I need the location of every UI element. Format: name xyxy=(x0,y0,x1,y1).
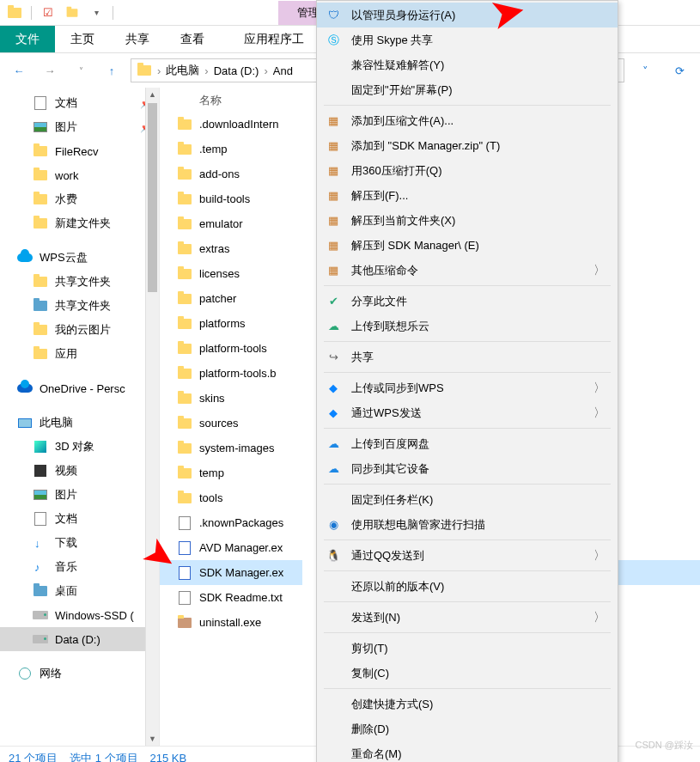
nav-up-button[interactable]: ↑ xyxy=(100,58,124,82)
menu-item[interactable]: ▦ 其他压缩命令 〉 xyxy=(317,258,618,283)
folder-icon xyxy=(177,241,192,257)
menu-item[interactable]: ◆ 通过WPS发送 〉 xyxy=(317,400,618,425)
file-row[interactable]: system-images xyxy=(160,436,302,460)
tab-apptools[interactable]: 应用程序工 xyxy=(228,26,320,52)
file-name: platform-tools xyxy=(199,342,267,355)
nav-item-quick[interactable]: 文档 📌 xyxy=(0,91,159,115)
file-row[interactable]: SDK Manager.ex xyxy=(160,560,302,585)
chevron-right-icon[interactable]: › xyxy=(204,64,208,77)
file-name: temp xyxy=(199,466,224,479)
menu-item[interactable]: 兼容性疑难解答(Y) xyxy=(317,52,618,77)
menu-item[interactable]: ↪ 共享 xyxy=(317,344,618,369)
file-row[interactable]: platforms xyxy=(160,311,302,336)
menu-item[interactable]: Ⓢ 使用 Skype 共享 xyxy=(317,27,618,52)
nav-tree-thispc-root[interactable]: 此电脑 xyxy=(0,411,159,435)
properties-icon[interactable]: ☑ xyxy=(39,3,58,22)
nav-item-thispc[interactable]: 图片 xyxy=(0,483,159,507)
file-row[interactable]: sources xyxy=(160,411,302,436)
chevron-right-icon[interactable]: › xyxy=(157,64,161,77)
menu-item[interactable]: ☁ 上传到联想乐云 xyxy=(317,314,618,338)
nav-tree-network[interactable]: 网络 xyxy=(0,661,159,686)
nav-tree-onedrive[interactable]: OneDrive - Persc xyxy=(0,376,159,400)
file-name: licenses xyxy=(199,267,240,280)
menu-item[interactable]: 🐧 通过QQ发送到 〉 xyxy=(317,543,618,568)
menu-item[interactable]: 发送到(N) 〉 xyxy=(317,605,618,630)
file-row[interactable]: .knownPackages xyxy=(160,510,302,535)
menu-item[interactable]: ▦ 解压到(F)... xyxy=(317,183,618,208)
file-row[interactable]: tools xyxy=(160,485,302,510)
address-dropdown-icon[interactable]: ˅ xyxy=(631,58,659,82)
nav-item-thispc[interactable]: ↓下载 xyxy=(0,531,159,555)
menu-item[interactable]: 重命名(M) xyxy=(317,741,618,762)
nav-item-quick[interactable]: 图片 📌 xyxy=(0,115,159,139)
nav-scrollbar[interactable]: ▲▼ xyxy=(145,88,159,746)
file-row[interactable]: SDK Readme.txt xyxy=(160,585,302,610)
nav-item-wps[interactable]: 应用 xyxy=(0,342,159,366)
tab-file[interactable]: 文件 xyxy=(0,26,55,52)
file-row[interactable]: extras xyxy=(160,236,302,261)
menu-item[interactable]: ☁ 同步到其它设备 xyxy=(317,456,618,481)
nav-item-thispc[interactable]: Windows-SSD ( xyxy=(0,603,159,627)
menu-item[interactable]: ☁ 上传到百度网盘 xyxy=(317,431,618,456)
nav-item-thispc[interactable]: 视频 xyxy=(0,459,159,483)
nav-item-quick[interactable]: 水费 xyxy=(0,187,159,211)
menu-item[interactable]: ◆ 上传或同步到WPS 〉 xyxy=(317,375,618,400)
file-row[interactable]: build-tools xyxy=(160,186,302,211)
tab-view[interactable]: 查看 xyxy=(165,26,220,52)
menu-item[interactable]: ◉ 使用联想电脑管家进行扫描 xyxy=(317,512,618,537)
menu-item[interactable]: ▦ 添加到 "SDK Manager.zip" (T) xyxy=(317,133,618,158)
file-row[interactable]: platform-tools.b xyxy=(160,361,302,386)
nav-tree-wps-root[interactable]: WPS云盘 xyxy=(0,246,159,270)
file-row[interactable]: emulator xyxy=(160,211,302,236)
file-row[interactable]: uninstall.exe xyxy=(160,610,302,635)
file-row[interactable]: .downloadIntern xyxy=(160,112,302,137)
file-row[interactable]: AVD Manager.ex xyxy=(160,535,302,560)
3d-icon xyxy=(33,439,48,454)
breadcrumb-drive[interactable]: Data (D:) xyxy=(212,64,261,77)
breadcrumb-thispc[interactable]: 此电脑 xyxy=(164,63,201,78)
file-name: patcher xyxy=(199,292,236,305)
menu-item[interactable]: 创建快捷方式(S) xyxy=(317,692,618,716)
nav-item-thispc[interactable]: 3D 对象 xyxy=(0,435,159,459)
tab-share[interactable]: 共享 xyxy=(110,26,165,52)
menu-item[interactable]: 复制(C) xyxy=(317,661,618,686)
tab-home[interactable]: 主页 xyxy=(55,26,110,52)
menu-item[interactable]: 还原以前的版本(V) xyxy=(317,574,618,599)
qat-dropdown-icon[interactable]: ▾ xyxy=(87,3,106,22)
nav-forward-button[interactable]: → xyxy=(38,58,62,82)
menu-item[interactable]: ▦ 解压到当前文件夹(X) xyxy=(317,208,618,233)
file-row[interactable]: temp xyxy=(160,460,302,485)
file-row[interactable]: add-ons xyxy=(160,162,302,186)
breadcrumb-folder[interactable]: And xyxy=(271,64,295,77)
nav-item-wps[interactable]: 我的云图片 xyxy=(0,318,159,342)
menu-item[interactable]: 剪切(T) xyxy=(317,636,618,661)
menu-item[interactable]: ✔ 分享此文件 xyxy=(317,289,618,314)
file-row[interactable]: skins xyxy=(160,386,302,411)
file-row[interactable]: patcher xyxy=(160,286,302,311)
menu-item[interactable]: 固定到"开始"屏幕(P) xyxy=(317,77,618,102)
nav-item-thispc[interactable]: 文档 xyxy=(0,507,159,531)
chevron-right-icon[interactable]: › xyxy=(264,64,267,77)
menu-item[interactable]: 删除(D) xyxy=(317,716,618,741)
menu-item[interactable]: ▦ 解压到 SDK Manager\ (E) xyxy=(317,233,618,258)
refresh-button[interactable]: ⟳ xyxy=(666,58,693,82)
file-row[interactable]: licenses xyxy=(160,261,302,286)
nav-recent-dropdown[interactable]: ˅ xyxy=(69,58,93,82)
nav-item-quick[interactable]: FileRecv xyxy=(0,139,159,163)
menu-item[interactable]: 🛡 以管理员身份运行(A) xyxy=(317,3,618,27)
menu-item[interactable]: 固定到任务栏(K) xyxy=(317,487,618,512)
file-row[interactable]: .temp xyxy=(160,137,302,162)
nav-item-thispc[interactable]: ♪音乐 xyxy=(0,555,159,579)
nav-item-wps[interactable]: 共享文件夹 xyxy=(0,294,159,318)
menu-item[interactable]: ▦ 添加到压缩文件(A)... xyxy=(317,108,618,133)
nav-item-quick[interactable]: work xyxy=(0,163,159,187)
nav-item-wps[interactable]: 共享文件夹 xyxy=(0,270,159,294)
nav-item-thispc[interactable]: 桌面 xyxy=(0,579,159,603)
nav-item-thispc[interactable]: Data (D:) xyxy=(0,627,159,651)
file-row[interactable]: platform-tools xyxy=(160,336,302,361)
menu-item[interactable]: ▦ 用360压缩打开(Q) xyxy=(317,158,618,183)
nav-item-quick[interactable]: 新建文件夹 xyxy=(0,211,159,235)
column-header-name[interactable]: 名称 xyxy=(160,88,302,112)
new-folder-icon[interactable] xyxy=(63,3,82,22)
nav-back-button[interactable]: ← xyxy=(7,58,31,82)
